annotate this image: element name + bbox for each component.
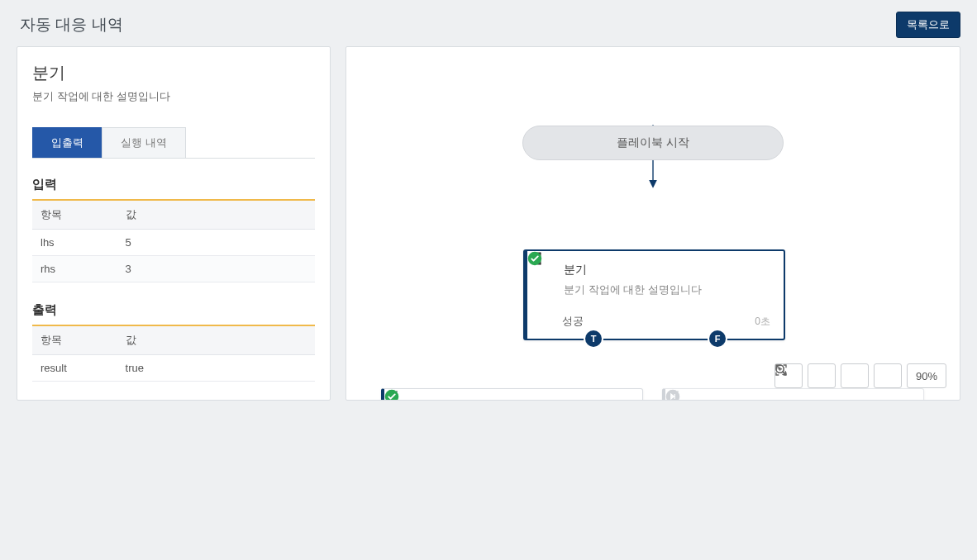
fullscreen-button[interactable] [774, 363, 803, 388]
expand-icon [774, 363, 788, 377]
svg-point-9 [668, 393, 678, 401]
svg-line-1 [536, 260, 541, 264]
input-col-item: 항목 [32, 200, 117, 230]
branch-icon [541, 263, 555, 278]
canvas-toolbar: 90% [774, 363, 946, 388]
tab-io[interactable]: 입출력 [32, 127, 102, 158]
flow-edges [346, 47, 960, 400]
svg-line-15 [782, 371, 785, 374]
svg-line-7 [396, 392, 398, 393]
input-item: lhs [32, 230, 117, 256]
output-heading: 출력 [32, 302, 315, 318]
false-result-node[interactable]: 분기 결과 거짓 분기 결과 거짓 무시됨 0초 [662, 388, 924, 401]
page-title: 자동 대응 내역 [20, 14, 123, 36]
output-value: true [117, 355, 315, 382]
svg-line-0 [534, 253, 541, 259]
branch-node[interactable]: 분기 분기 작업에 대한 설명입니다 성공 0초 T F [523, 249, 785, 340]
detail-panel: 분기 분기 작업에 대한 설명입니다 입출력 실행 내역 입력 항목 값 lhs… [17, 46, 331, 401]
input-value: 3 [117, 256, 315, 282]
output-table: 항목 값 result true [32, 325, 315, 382]
input-item: rhs [32, 256, 117, 282]
branch-node-title: 분기 [564, 263, 587, 278]
success-icon [541, 314, 555, 329]
branch-false-badge: F [709, 330, 726, 347]
input-value: 5 [117, 230, 315, 256]
back-to-list-button[interactable]: 목록으로 [896, 12, 960, 38]
branch-time: 0초 [755, 315, 770, 329]
table-row: lhs 5 [32, 230, 315, 256]
table-row: result true [32, 355, 315, 382]
output-item: result [32, 355, 117, 382]
input-col-value: 값 [117, 200, 315, 230]
branch-true-badge: T [585, 330, 602, 347]
svg-point-4 [387, 393, 397, 401]
playbook-start-node[interactable]: 플레이북 시작 [522, 126, 784, 160]
true-result-node[interactable]: 분기 결과 참 분기 결과 참 성공 6초 [381, 388, 643, 401]
input-table: 항목 값 lhs 5 rhs 3 [32, 199, 315, 282]
tab-history[interactable]: 실행 내역 [102, 127, 186, 158]
task-title: 분기 [32, 62, 315, 84]
input-heading: 입력 [32, 177, 315, 192]
output-col-value: 값 [117, 325, 315, 355]
svg-line-12 [677, 392, 679, 393]
zoom-in-button[interactable] [841, 363, 869, 388]
svg-line-14 [777, 366, 780, 369]
table-row: rhs 3 [32, 256, 315, 282]
output-col-item: 항목 [32, 325, 117, 355]
fit-button[interactable] [808, 363, 836, 388]
zoom-level[interactable]: 90% [907, 363, 946, 388]
tab-bar: 입출력 실행 내역 [32, 127, 315, 159]
branch-status-text: 성공 [562, 314, 584, 329]
playbook-start-label: 플레이북 시작 [617, 135, 689, 150]
task-description: 분기 작업에 대한 설명입니다 [32, 89, 315, 104]
flow-canvas[interactable]: 플레이북 시작 분기 분기 작업에 [346, 46, 960, 401]
zoom-out-button[interactable] [874, 363, 902, 388]
branch-node-desc: 분기 작업에 대한 설명입니다 [564, 282, 770, 297]
